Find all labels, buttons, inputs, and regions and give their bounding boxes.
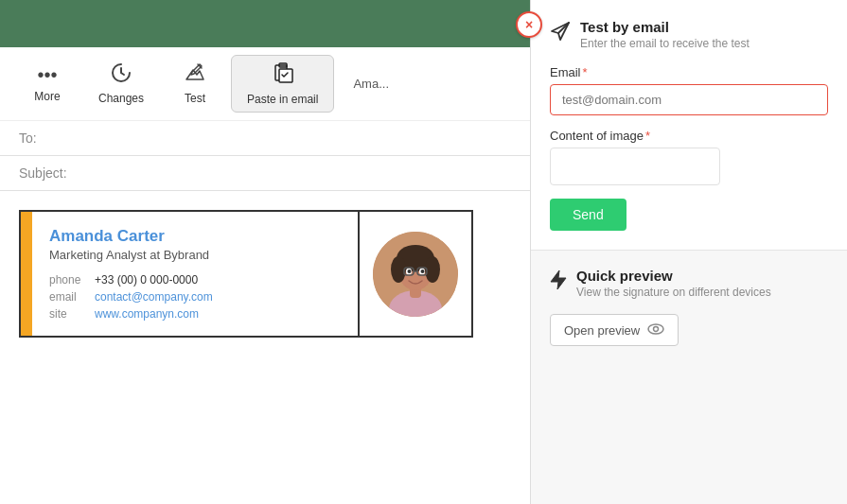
content-image-label: Content of image* [550, 129, 828, 143]
paste-in-email-icon [272, 61, 294, 89]
quick-preview-title-group: Quick preview View the signature on diff… [576, 268, 771, 299]
email-compose: To: Subject: Amanda Carter Marketing Ana… [0, 121, 530, 504]
test-icon [185, 62, 205, 88]
ama-label: Ama... [353, 77, 389, 91]
site-label: site [49, 307, 87, 321]
to-label: To: [19, 130, 66, 146]
send-icon [550, 21, 571, 46]
toolbar-item-ama[interactable]: Ama... [342, 71, 400, 96]
open-preview-label: Open preview [564, 323, 640, 338]
quick-preview-title: Quick preview [576, 268, 771, 284]
test-by-email-title-group: Test by email Enter the email to receive… [580, 19, 750, 50]
email-form-group: Email* [550, 65, 828, 115]
phone-value: +33 (00) 0 000-0000 [95, 273, 198, 287]
email-form-label: Email* [550, 65, 828, 79]
send-button[interactable]: Send [550, 199, 626, 231]
toolbar-item-changes[interactable]: Changes [83, 57, 159, 111]
open-preview-button[interactable]: Open preview [550, 314, 679, 346]
signature-site-row: site www.companyn.com [49, 307, 341, 321]
test-by-email-title: Test by email [580, 19, 750, 35]
subject-label: Subject: [19, 165, 67, 181]
signature-preview: Amanda Carter Marketing Analyst at Bybra… [19, 210, 473, 338]
signature-title: Marketing Analyst at Bybrand [49, 248, 341, 262]
content-image-form-group: Content of image* [550, 129, 828, 185]
test-by-email-subtitle: Enter the email to receive the test [580, 37, 750, 50]
more-icon: ••• [37, 64, 57, 86]
more-label: More [34, 90, 60, 103]
close-button[interactable]: × [516, 11, 542, 38]
signature-name: Amanda Carter [49, 227, 341, 246]
signature-photo-area [358, 212, 471, 336]
test-label: Test [185, 92, 205, 105]
email-input[interactable] [550, 84, 828, 115]
changes-icon [111, 62, 132, 88]
changes-label: Changes [98, 92, 144, 105]
subject-field: Subject: [0, 156, 530, 191]
signature-accent [21, 212, 32, 336]
paste-in-email-label: Paste in email [247, 93, 318, 106]
quick-preview-section: Quick preview View the signature on diff… [531, 251, 847, 363]
svg-point-13 [421, 269, 425, 273]
content-image-input[interactable] [550, 148, 720, 185]
test-by-email-section: Test by email Enter the email to receive… [531, 0, 847, 251]
quick-preview-subtitle: View the signature on different devices [576, 286, 771, 299]
email-label: email [49, 290, 87, 304]
svg-point-17 [648, 324, 663, 334]
signature-info: phone +33 (00) 0 000-0000 email contact@… [49, 273, 341, 321]
content-required-star: * [645, 129, 650, 143]
email-value: contact@company.com [95, 290, 213, 304]
close-icon: × [525, 17, 533, 32]
svg-point-18 [654, 327, 659, 332]
left-panel: ••• More Changes Test [0, 0, 530, 504]
avatar [373, 232, 458, 317]
right-panel: × Test by email Enter the email to recei… [530, 0, 847, 504]
phone-label: phone [49, 273, 87, 287]
site-value: www.companyn.com [95, 307, 199, 321]
signature-phone-row: phone +33 (00) 0 000-0000 [49, 273, 341, 287]
email-required-star: * [583, 65, 588, 79]
toolbar-item-more[interactable]: ••• More [19, 59, 76, 109]
toolbar-item-paste-in-email[interactable]: Paste in email [231, 55, 334, 113]
svg-point-12 [408, 269, 412, 273]
signature-email-row: email contact@company.com [49, 290, 341, 304]
toolbar-item-test[interactable]: Test [167, 57, 223, 111]
to-field: To: [0, 121, 530, 156]
toolbar: ••• More Changes Test [0, 47, 530, 121]
eye-icon [647, 322, 664, 339]
test-by-email-header: Test by email Enter the email to receive… [550, 19, 828, 50]
lightning-icon [550, 269, 567, 295]
signature-content: Amanda Carter Marketing Analyst at Bybra… [32, 212, 358, 336]
top-green-bar [0, 0, 530, 47]
quick-preview-header: Quick preview View the signature on diff… [550, 268, 828, 299]
